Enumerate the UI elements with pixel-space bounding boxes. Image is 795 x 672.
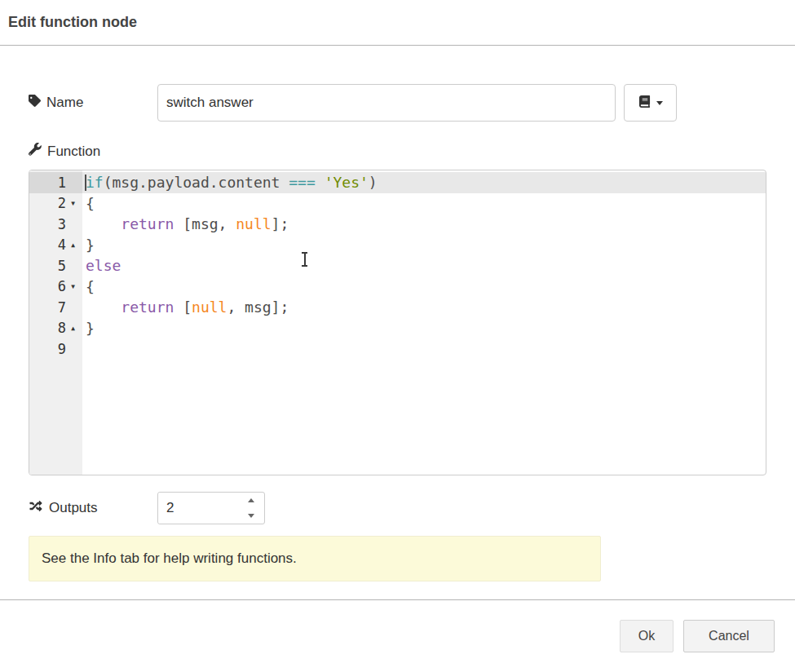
fold-toggle-icon[interactable]: ▴ bbox=[66, 323, 80, 333]
code-token: { bbox=[86, 195, 95, 212]
gutter-cell: 3 bbox=[29, 214, 82, 235]
gutter-cell: 8▴ bbox=[29, 318, 82, 339]
code-token: } bbox=[86, 320, 95, 337]
code-line[interactable]: { bbox=[82, 193, 766, 214]
line-number: 1 bbox=[58, 175, 66, 191]
outputs-input[interactable] bbox=[158, 493, 240, 524]
outputs-spinner bbox=[157, 492, 265, 524]
code-line[interactable] bbox=[82, 338, 766, 360]
fold-toggle-icon[interactable]: ▾ bbox=[66, 198, 80, 208]
gutter-cell: 4▴ bbox=[29, 235, 82, 256]
code-token: null bbox=[236, 215, 271, 232]
ok-button[interactable]: Ok bbox=[620, 620, 674, 652]
fold-toggle-icon[interactable]: ▴ bbox=[66, 240, 80, 250]
editor-code[interactable]: if(msg.payload.content === 'Yes'){ retur… bbox=[82, 170, 766, 475]
function-label-row: Function bbox=[29, 143, 766, 160]
outputs-label: Outputs bbox=[29, 500, 157, 516]
info-tip-text: See the Info tab for help writing functi… bbox=[42, 550, 297, 567]
code-token: (msg.payload.content bbox=[104, 174, 289, 191]
wrench-icon bbox=[29, 143, 42, 160]
library-button[interactable] bbox=[624, 84, 677, 122]
mouse-cursor-ibeam bbox=[301, 252, 308, 267]
cancel-button[interactable]: Cancel bbox=[683, 620, 775, 652]
code-token: if bbox=[86, 174, 104, 191]
outputs-label-text: Outputs bbox=[49, 500, 98, 516]
code-token: { bbox=[86, 278, 95, 295]
book-icon bbox=[638, 95, 651, 111]
code-line[interactable]: } bbox=[82, 235, 766, 256]
name-input[interactable] bbox=[157, 84, 616, 122]
outputs-increment-button[interactable] bbox=[240, 493, 263, 508]
code-line[interactable]: } bbox=[82, 318, 766, 339]
code-line[interactable]: else bbox=[82, 255, 766, 276]
spinner-down-icon bbox=[248, 514, 254, 518]
code-token: ) bbox=[369, 174, 378, 191]
code-line[interactable]: return [null, msg]; bbox=[82, 297, 766, 318]
gutter-cell: 7 bbox=[29, 297, 82, 318]
line-number: 9 bbox=[58, 341, 66, 357]
outputs-decrement-button[interactable] bbox=[240, 508, 263, 524]
dialog-header: Edit function node bbox=[0, 0, 795, 46]
shuffle-icon bbox=[29, 500, 43, 516]
dialog-body: Name Function 12▾34▴56▾78▴9 if(msg.paylo… bbox=[0, 84, 795, 581]
line-number: 4 bbox=[58, 237, 66, 253]
line-number: 3 bbox=[58, 216, 66, 232]
gutter-cell: 5 bbox=[29, 255, 82, 276]
info-tip: See the Info tab for help writing functi… bbox=[29, 536, 601, 581]
line-number: 7 bbox=[58, 299, 66, 316]
editor-code-lines: if(msg.payload.content === 'Yes'){ retur… bbox=[82, 172, 766, 360]
code-token: , msg]; bbox=[227, 298, 289, 316]
gutter-cell: 9 bbox=[29, 338, 82, 360]
dialog-title: Edit function node bbox=[8, 14, 137, 31]
line-number: 5 bbox=[58, 258, 66, 274]
code-token: 'Yes' bbox=[325, 174, 369, 191]
code-token: return bbox=[121, 298, 174, 316]
function-label-text: Function bbox=[47, 144, 100, 160]
code-token: ]; bbox=[272, 215, 289, 232]
gutter-cell: 1 bbox=[29, 172, 82, 193]
dialog-footer: Ok Cancel bbox=[0, 599, 795, 652]
code-token: === bbox=[289, 174, 316, 191]
chevron-down-icon bbox=[656, 101, 663, 105]
tag-icon bbox=[29, 95, 41, 111]
function-label: Function bbox=[29, 143, 157, 160]
outputs-row: Outputs bbox=[29, 492, 766, 524]
spinner-buttons bbox=[240, 493, 263, 524]
code-line[interactable]: return [msg, null]; bbox=[82, 214, 766, 235]
code-token: else bbox=[86, 257, 121, 274]
name-row: Name bbox=[29, 84, 766, 122]
code-line[interactable]: { bbox=[82, 276, 766, 298]
function-code-editor: 12▾34▴56▾78▴9 if(msg.payload.content ===… bbox=[29, 170, 766, 475]
name-label-text: Name bbox=[46, 95, 83, 111]
code-token: null bbox=[192, 298, 227, 316]
editor-gutter: 12▾34▴56▾78▴9 bbox=[29, 170, 82, 475]
code-token bbox=[86, 298, 121, 316]
code-token: [msg, bbox=[174, 215, 236, 232]
name-label: Name bbox=[29, 95, 157, 111]
code-token bbox=[86, 215, 121, 232]
fold-toggle-icon[interactable]: ▾ bbox=[66, 281, 80, 291]
spinner-up-icon bbox=[248, 498, 254, 502]
ibeam-bar bbox=[304, 253, 306, 266]
code-token: return bbox=[121, 215, 174, 232]
code-token bbox=[316, 174, 325, 191]
code-token: } bbox=[86, 237, 95, 254]
text-caret bbox=[85, 175, 86, 191]
line-number: 6 bbox=[58, 278, 66, 294]
gutter-cell: 2▾ bbox=[29, 193, 82, 214]
line-number: 2 bbox=[58, 195, 66, 211]
line-number: 8 bbox=[58, 320, 66, 336]
code-token: [ bbox=[174, 298, 192, 316]
code-line[interactable]: if(msg.payload.content === 'Yes') bbox=[82, 172, 766, 193]
gutter-cell: 6▾ bbox=[29, 276, 82, 298]
